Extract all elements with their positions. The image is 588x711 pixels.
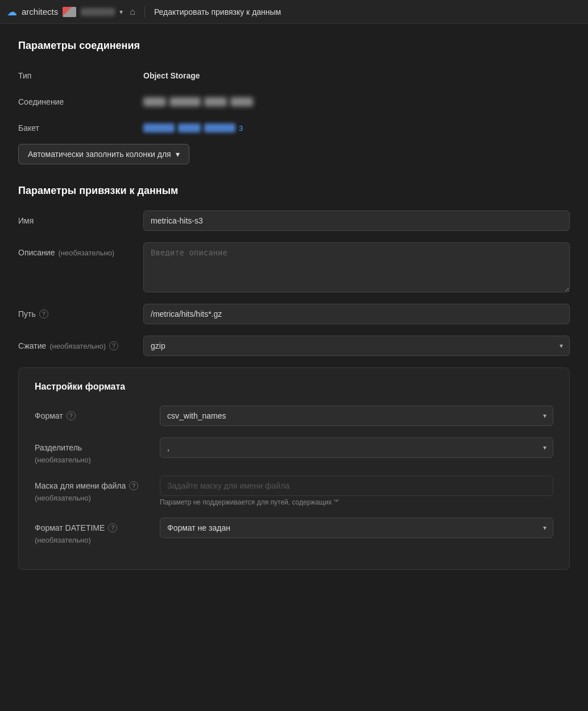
autofill-label: Автоматически заполнить колонки для xyxy=(28,150,171,159)
bucket-blur-3 xyxy=(204,123,235,133)
path-row: Путь ? xyxy=(18,304,570,324)
autofill-button[interactable]: Автоматически заполнить колонки для ▾ xyxy=(18,144,189,164)
cloud-icon: ☁ xyxy=(7,6,17,18)
connection-blur-1 xyxy=(143,97,166,106)
path-input[interactable] xyxy=(143,304,570,324)
name-label: Имя xyxy=(18,210,143,225)
bucket-blur-2 xyxy=(178,123,201,133)
bucket-number: 3 xyxy=(239,124,243,133)
compression-label: Сжатие (необязательно) ? xyxy=(18,336,143,350)
mask-field-wrapper: Параметр не поддерживается для путей, со… xyxy=(160,476,553,506)
type-row: Тип Object Storage xyxy=(18,65,570,80)
datetime-select-wrapper: Формат не задан ISO 8601 Unix timestamp … xyxy=(160,518,553,538)
compression-select[interactable]: gzip none brotli zstd lz4 bz2 xyxy=(143,336,570,356)
app-name: architects xyxy=(22,7,58,16)
format-select[interactable]: csv_with_names csv tsv json parquet xyxy=(160,406,553,426)
description-row: Описание (необязательно) xyxy=(18,242,570,292)
bucket-blur-1 xyxy=(143,123,175,133)
bucket-value: 3 xyxy=(143,118,243,133)
delimiter-select-wrapper: , ; \t | ▾ xyxy=(160,437,553,458)
bucket-row: Бакет 3 xyxy=(18,118,570,133)
page-title: Редактировать привязку к данным xyxy=(154,7,281,16)
format-label: Формат ? xyxy=(35,406,160,420)
delimiter-select[interactable]: , ; \t | xyxy=(160,437,553,458)
connection-blur-2 xyxy=(169,97,201,106)
type-label: Тип xyxy=(18,65,143,80)
description-optional: (необязательно) xyxy=(58,249,114,257)
bucket-label: Бакет xyxy=(18,118,143,133)
format-row: Формат ? csv_with_names csv tsv json par… xyxy=(35,406,553,426)
description-label: Описание (необязательно) xyxy=(18,242,143,257)
datetime-select[interactable]: Формат не задан ISO 8601 Unix timestamp xyxy=(160,518,553,538)
delimiter-row: Разделитель (необязательно) , ; \t | ▾ xyxy=(35,437,553,464)
mask-optional: (необязательно) xyxy=(35,494,91,502)
path-label: Путь ? xyxy=(18,304,143,319)
datetime-row: Формат DATETIME ? (необязательно) Формат… xyxy=(35,518,553,544)
connection-label: Соединение xyxy=(18,92,143,106)
binding-section-title: Параметры привязки к данным xyxy=(18,185,570,197)
workspace-name-blurred xyxy=(81,8,115,16)
topbar: ☁ architects ▾ ⌂ Редактировать привязку … xyxy=(0,0,588,24)
mask-label: Маска для имени файла ? (необязательно) xyxy=(35,476,160,502)
format-help-icon[interactable]: ? xyxy=(67,411,76,420)
main-content: Параметры соединения Тип Object Storage … xyxy=(0,24,588,586)
mask-row: Маска для имени файла ? (необязательно) … xyxy=(35,476,553,506)
name-input[interactable] xyxy=(143,210,570,231)
format-box-title: Настройки формата xyxy=(35,382,553,392)
format-select-wrapper: csv_with_names csv tsv json parquet ▾ xyxy=(160,406,553,426)
avatar xyxy=(63,7,76,17)
autofill-chevron-icon: ▾ xyxy=(176,150,180,159)
datetime-optional: (необязательно) xyxy=(35,536,91,544)
name-row: Имя xyxy=(18,210,570,231)
compression-row: Сжатие (необязательно) ? gzip none brotl… xyxy=(18,336,570,356)
compression-help-icon[interactable]: ? xyxy=(109,341,118,350)
connection-blur-3 xyxy=(204,97,227,106)
compression-optional: (необязательно) xyxy=(49,342,106,350)
connection-blur-4 xyxy=(230,97,253,106)
path-help-icon[interactable]: ? xyxy=(39,309,48,319)
topbar-divider xyxy=(144,6,145,18)
datetime-label: Формат DATETIME ? (необязательно) xyxy=(35,518,160,544)
compression-select-wrapper: gzip none brotli zstd lz4 bz2 ▾ xyxy=(143,336,570,356)
description-textarea[interactable] xyxy=(143,242,570,292)
connection-value xyxy=(143,92,253,106)
mask-input xyxy=(160,476,553,496)
mask-helper-text: Параметр не поддерживается для путей, со… xyxy=(160,498,553,506)
datetime-help-icon[interactable]: ? xyxy=(108,523,117,532)
delimiter-label: Разделитель (необязательно) xyxy=(35,437,160,464)
home-icon[interactable]: ⌂ xyxy=(130,7,135,17)
workspace-chevron-icon[interactable]: ▾ xyxy=(119,8,123,16)
connection-row: Соединение xyxy=(18,92,570,106)
delimiter-optional: (необязательно) xyxy=(35,456,91,464)
type-value: Object Storage xyxy=(143,65,570,80)
mask-help-icon[interactable]: ? xyxy=(129,481,138,490)
format-settings-box: Настройки формата Формат ? csv_with_name… xyxy=(18,367,570,570)
connection-section-title: Параметры соединения xyxy=(18,40,570,52)
